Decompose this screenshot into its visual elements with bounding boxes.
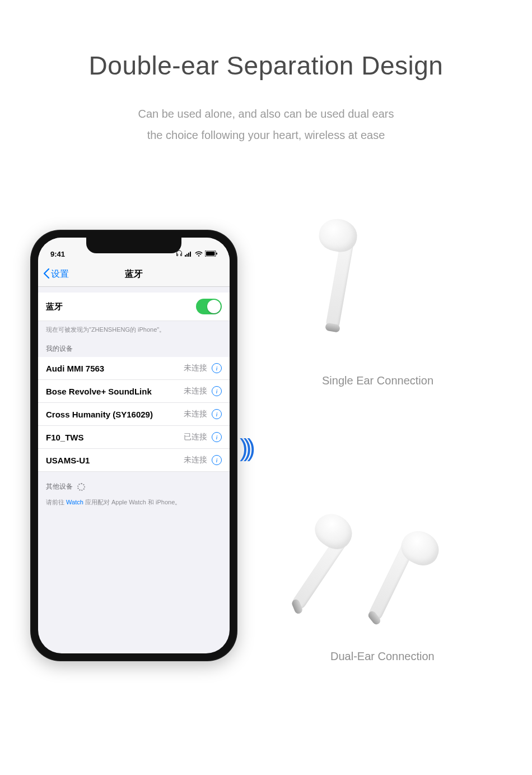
device-row[interactable]: Cross Humanity (SY16029)未连接i <box>38 403 230 426</box>
device-list: Audi MMI 7563未连接iBose Revolve+ SoundLink… <box>38 357 230 472</box>
hero-subtitle: Can be used alone, and also can be used … <box>0 103 532 146</box>
svg-rect-5 <box>190 252 191 257</box>
device-row[interactable]: F10_TWS已连接i <box>38 426 230 449</box>
device-status: 未连接i <box>184 363 222 373</box>
earbud-dual-left <box>336 538 349 622</box>
device-row[interactable]: Bose Revolve+ SoundLink未连接i <box>38 380 230 403</box>
caption-single: Single Ear Connection <box>322 374 433 387</box>
watch-link[interactable]: Watch <box>66 499 83 505</box>
phone-mock: 9:41 设置 <box>30 230 237 661</box>
hero-sub-line1: Can be used alone, and also can be used … <box>0 103 532 124</box>
chevron-left-icon <box>44 268 50 281</box>
back-button[interactable]: 设置 <box>44 268 69 281</box>
info-icon[interactable]: i <box>212 409 222 419</box>
caption-dual: Dual-Ear Connection <box>330 650 435 663</box>
device-row[interactable]: Audi MMI 7563未连接i <box>38 357 230 380</box>
device-status: 未连接i <box>184 455 222 465</box>
device-status: 未连接i <box>184 386 222 396</box>
info-icon[interactable]: i <box>212 455 222 465</box>
battery-icon <box>205 250 217 258</box>
hero-sub-line2: the choice following your heart, wireles… <box>0 124 532 146</box>
device-status-text: 未连接 <box>184 363 207 373</box>
other-devices-header: 其他设备 <box>38 472 230 495</box>
back-label: 设置 <box>51 268 69 280</box>
device-name: F10_TWS <box>46 433 84 442</box>
bluetooth-toggle[interactable] <box>196 299 222 314</box>
device-status: 已连接i <box>184 432 222 442</box>
wifi-icon <box>195 250 203 258</box>
info-icon[interactable]: i <box>212 432 222 442</box>
device-name: Bose Revolve+ SoundLink <box>46 387 152 396</box>
svg-rect-0 <box>177 254 178 256</box>
svg-rect-2 <box>185 255 186 257</box>
phone-screen: 9:41 设置 <box>38 238 230 653</box>
phone-notch <box>86 238 181 253</box>
status-time: 9:41 <box>50 250 65 258</box>
spinner-icon <box>77 483 85 491</box>
watch-footnote: 请前往 Watch 应用配对 Apple Watch 和 iPhone。 <box>38 495 230 510</box>
device-status-text: 未连接 <box>184 409 207 419</box>
bluetooth-label: 蓝牙 <box>46 301 63 312</box>
footnote-pre: 请前往 <box>46 499 66 505</box>
device-name: Cross Humanity (SY16029) <box>46 410 153 419</box>
cellular-icon <box>185 250 193 258</box>
svg-rect-3 <box>186 254 188 257</box>
my-devices-header: 我的设备 <box>38 337 230 357</box>
earbud-single <box>342 235 355 331</box>
footnote-post: 应用配对 Apple Watch 和 iPhone。 <box>83 499 181 505</box>
svg-rect-1 <box>181 254 182 256</box>
info-icon[interactable]: i <box>212 386 222 396</box>
svg-rect-7 <box>206 251 215 255</box>
device-status: 未连接i <box>184 409 222 419</box>
hero: Double-ear Separation Design Can be used… <box>0 0 532 146</box>
other-devices-label: 其他设备 <box>46 482 73 491</box>
device-row[interactable]: USAMS-U1未连接i <box>38 449 230 472</box>
svg-rect-8 <box>216 252 217 254</box>
device-name: USAMS-U1 <box>46 456 90 465</box>
nav-bar: 设置 蓝牙 <box>38 262 230 287</box>
hero-title: Double-ear Separation Design <box>0 50 532 81</box>
device-status-text: 已连接 <box>184 432 207 442</box>
svg-rect-4 <box>188 253 189 257</box>
discoverable-hint: 现在可被发现为"ZHENSHENG的 iPhone"。 <box>38 321 230 337</box>
earbud-dual-right <box>403 544 417 628</box>
device-status-text: 未连接 <box>184 455 207 465</box>
info-icon[interactable]: i <box>212 363 222 373</box>
bluetooth-toggle-row[interactable]: 蓝牙 <box>38 293 230 321</box>
device-status-text: 未连接 <box>184 386 207 396</box>
device-name: Audi MMI 7563 <box>46 364 104 373</box>
signal-waves-icon: ))) <box>240 434 251 462</box>
status-icons <box>176 250 217 258</box>
